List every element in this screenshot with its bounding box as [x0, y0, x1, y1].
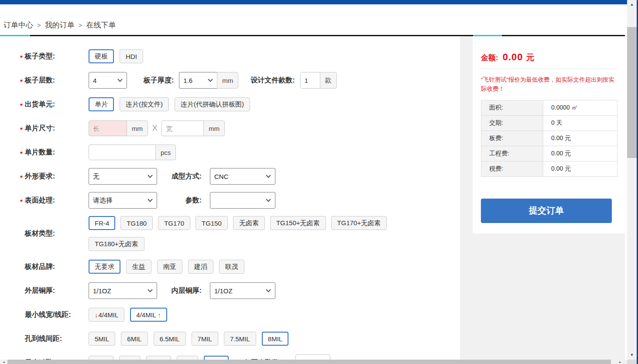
area-value: 0.0000 ㎡ — [543, 100, 617, 115]
material-type-option-tg180-halogen-free[interactable]: TG180+无卤素 — [89, 237, 144, 251]
chevron-down-icon — [208, 79, 213, 82]
board-type-option-rigid[interactable]: 硬板 — [89, 49, 114, 63]
required-asterisk: * — [20, 198, 23, 205]
ship-unit-option-panel-by-file[interactable]: 连片(按文件) — [120, 97, 169, 111]
price-breakdown-table: 面积: 0.0000 ㎡ 交期: 0 天 板费: 0.00 元 — [481, 100, 617, 177]
hole-to-line-option-7-5mil[interactable]: 7.5MIL — [224, 332, 256, 346]
hole-to-line-option-6mil[interactable]: 6MIL — [121, 332, 147, 346]
label-text: 孔到线间距: — [25, 335, 62, 342]
min-trace-below-text: 4/4MIL — [99, 311, 119, 319]
ship-unit-option-single[interactable]: 单片 — [89, 97, 114, 111]
breadcrumb-separator: > — [37, 21, 41, 29]
forming-select[interactable]: CNC — [210, 168, 275, 185]
chevron-down-icon — [117, 79, 123, 82]
horizontal-scrollbar[interactable]: ◄ ► — [0, 360, 627, 364]
area-label: 面积: — [481, 100, 543, 115]
label-text: 出货单元: — [25, 100, 55, 108]
board-fee-value: 0.00 元 — [543, 130, 617, 146]
material-type-option-tg150-halogen-free[interactable]: TG150+无卤素 — [270, 216, 326, 230]
chevron-down-icon — [266, 175, 271, 178]
inner-copper-select[interactable]: 1/1OZ — [210, 282, 275, 299]
outline-label: *外形要求: — [20, 172, 89, 181]
lead-time-label: 交期: — [481, 115, 543, 130]
file-count-label: 设计文件款数: — [250, 76, 295, 85]
scroll-up-arrow-icon[interactable]: ▲ — [627, 0, 637, 9]
underline-accent-left — [0, 35, 30, 36]
material-brand-option-shengyi[interactable]: 生益 — [126, 260, 151, 274]
min-trace-option-below[interactable]: ↓4/4MIL — [89, 308, 124, 322]
thickness-value: 1.6 — [183, 77, 192, 84]
layers-select[interactable]: 4 — [89, 72, 127, 89]
material-brand-option-nanya[interactable]: 南亚 — [157, 260, 182, 274]
material-type-option-tg180[interactable]: TG180 — [120, 216, 153, 230]
required-asterisk: * — [20, 174, 23, 181]
chevron-down-icon — [147, 199, 153, 202]
material-brand-option-kingboard[interactable]: 建滔 — [188, 260, 213, 274]
layers-label: *板子层数: — [20, 76, 89, 85]
material-brand-option-itec[interactable]: 联茂 — [219, 260, 244, 274]
outer-copper-value: 1/1OZ — [93, 287, 111, 295]
outline-select[interactable]: 无 — [89, 168, 157, 185]
breadcrumb-online-order[interactable]: 在线下单 — [86, 20, 116, 30]
scroll-down-arrow-icon[interactable]: ▼ — [627, 351, 637, 359]
size-separator: X — [152, 124, 157, 133]
piece-qty-input[interactable] — [89, 144, 156, 160]
amount-label: 金额: — [481, 53, 498, 63]
inner-copper-value: 1/1OZ — [214, 287, 233, 295]
material-type-options: FR-4 TG180 TG170 TG150 无卤素 TG150+无卤素 TG1… — [89, 216, 416, 251]
breadcrumb-order-center[interactable]: 订单中心 — [3, 20, 33, 30]
file-count-input[interactable] — [300, 72, 320, 89]
min-trace-option-above[interactable]: 4/4MIL↑ — [130, 308, 167, 322]
hole-to-line-option-6-5mil[interactable]: 6.5MIL — [154, 332, 186, 346]
board-type-option-hdi[interactable]: HDI — [120, 49, 143, 63]
required-asterisk: * — [20, 126, 23, 133]
table-row: 交期: 0 天 — [481, 115, 617, 130]
material-brand-option-any[interactable]: 无要求 — [89, 260, 120, 274]
material-type-option-tg150[interactable]: TG150 — [196, 216, 228, 230]
label-text: 最小线宽/线距: — [25, 311, 71, 318]
vertical-scrollbar-thumb[interactable] — [627, 27, 637, 158]
piece-qty-unit: pcs — [155, 144, 176, 160]
up-arrow-icon: ↑ — [158, 311, 161, 319]
summary-panel-background: 金额: 0.00 元 “飞针测试”报价为最低收费，如实际文件超出则按实际收费！ … — [460, 36, 625, 364]
hole-to-line-option-8mil[interactable]: 8MIL — [262, 332, 288, 346]
surface-param-select[interactable] — [210, 192, 275, 209]
amount-unit: 元 — [526, 52, 535, 63]
min-trace-above-text: 4/4MIL — [136, 311, 156, 319]
hole-to-line-option-5mil[interactable]: 5MIL — [89, 332, 115, 346]
label-text: 外形要求: — [25, 172, 55, 180]
ship-unit-option-panel-confirm[interactable]: 连片(代拼确认拼板图) — [175, 97, 250, 111]
horizontal-scrollbar-thumb[interactable] — [7, 360, 611, 364]
breadcrumb-underline — [0, 35, 625, 36]
top-blue-bar — [0, 0, 627, 4]
min-trace-label: *最小线宽/线距: — [20, 310, 89, 319]
hole-to-line-options: 5MIL 6MIL 6.5MIL 7MIL 7.5MIL 8MIL — [89, 332, 288, 346]
label-text: 板子层数: — [25, 76, 55, 84]
scroll-left-arrow-icon[interactable]: ◄ — [0, 360, 7, 364]
breadcrumb-separator: > — [79, 21, 82, 29]
lead-time-value: 0 天 — [543, 115, 617, 130]
inner-copper-label: 内层铜厚: — [168, 286, 202, 295]
material-type-label: *板材类型: — [20, 229, 89, 238]
chevron-down-icon — [266, 199, 271, 202]
piece-length-input[interactable] — [89, 120, 127, 136]
forming-value: CNC — [214, 173, 229, 180]
material-type-option-fr4[interactable]: FR-4 — [89, 216, 115, 230]
submit-order-button[interactable]: 提交订单 — [481, 199, 612, 223]
outer-copper-select[interactable]: 1/1OZ — [89, 282, 157, 299]
breadcrumb-my-orders[interactable]: 我的订单 — [45, 20, 75, 30]
piece-size-label: *单片尺寸: — [20, 124, 89, 133]
hole-to-line-option-7mil[interactable]: 7MIL — [192, 332, 218, 346]
amount-value: 0.00 — [503, 52, 523, 63]
thickness-select[interactable]: 1.6 — [179, 72, 217, 89]
breadcrumb: 订单中心 > 我的订单 > 在线下单 — [3, 20, 627, 30]
vertical-scrollbar[interactable]: ▲ ▼ — [627, 0, 637, 364]
surface-select[interactable]: 请选择 — [89, 192, 157, 209]
required-asterisk: * — [20, 54, 23, 61]
material-type-option-tg170-halogen-free[interactable]: TG170+无卤素 — [331, 216, 387, 230]
page-body: *板子类型: 硬板 HDI *板子层数: 4 板子厚度: — [0, 36, 627, 364]
material-type-option-tg170[interactable]: TG170 — [158, 216, 190, 230]
scroll-right-arrow-icon[interactable]: ► — [615, 360, 625, 364]
piece-width-input[interactable] — [161, 120, 204, 136]
material-type-option-halogen-free[interactable]: 无卤素 — [233, 216, 265, 230]
